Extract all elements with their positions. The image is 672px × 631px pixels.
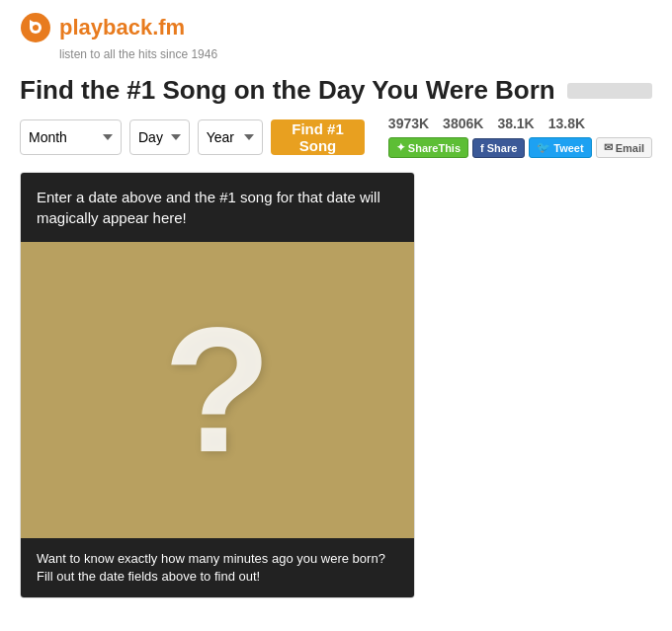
facebook-share-button[interactable]: f Share (472, 138, 525, 158)
twitter-icon: 🐦 (537, 141, 550, 154)
share-counts: 3973K 3806K 38.1K 13.8K (388, 116, 652, 131)
find-song-button[interactable]: Find #1 Song (271, 119, 365, 155)
share-count-2: 3806K (443, 116, 483, 131)
share-section: 3973K 3806K 38.1K 13.8K ✦ ShareThis f Sh… (388, 116, 652, 158)
month-select[interactable]: Month JanuaryFebruaryMarch AprilMayJune … (20, 119, 122, 155)
card-footer: Want to know exactly how many minutes ag… (21, 538, 414, 597)
share-count-1: 3973K (388, 116, 429, 131)
svg-point-2 (33, 25, 39, 31)
controls-row: Month JanuaryFebruaryMarch AprilMayJune … (20, 116, 652, 158)
page-title-row: Find the #1 Song on the Day You Were Bor… (20, 75, 652, 106)
sharethis-button[interactable]: ✦ ShareThis (388, 137, 468, 158)
card-footer-text: Want to know exactly how many minutes ag… (37, 551, 385, 584)
sharethis-icon: ✦ (396, 141, 405, 154)
share-count-3: 38.1K (497, 116, 534, 131)
email-share-button[interactable]: ✉ Email (596, 137, 652, 158)
title-decoration-bar (567, 83, 652, 99)
day-select[interactable]: Day 1234 5678 9101112 13141516 17181920 … (129, 119, 190, 155)
site-header: playback.fm (20, 12, 652, 43)
facebook-icon: f (480, 142, 484, 154)
logo-icon (20, 12, 51, 43)
main-card: Enter a date above and the #1 song for t… (20, 172, 415, 598)
card-header-text: Enter a date above and the #1 song for t… (37, 189, 380, 226)
card-header: Enter a date above and the #1 song for t… (21, 173, 414, 242)
logo-text: playback.fm (59, 15, 185, 40)
placeholder-question-mark: ? (163, 301, 272, 479)
tagline: listen to all the hits since 1946 (59, 47, 652, 61)
twitter-share-button[interactable]: 🐦 Tweet (529, 137, 591, 158)
card-image-area: ? (21, 242, 414, 538)
year-select[interactable]: Year (198, 119, 264, 155)
share-count-4: 13.8K (548, 116, 585, 131)
page-title: Find the #1 Song on the Day You Were Bor… (20, 75, 555, 106)
email-icon: ✉ (604, 141, 613, 154)
share-buttons: ✦ ShareThis f Share 🐦 Tweet ✉ Email (388, 137, 652, 158)
